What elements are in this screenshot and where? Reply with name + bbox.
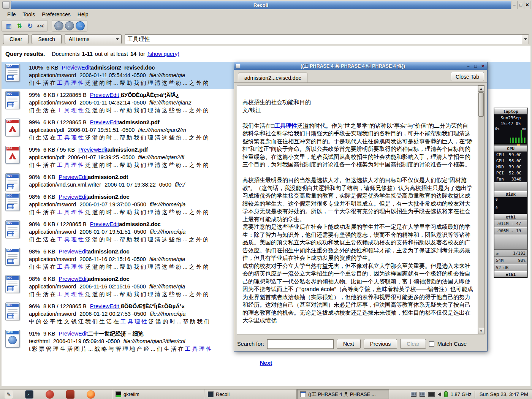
scroll-up-icon[interactable]: ▲	[478, 86, 484, 92]
search-mode-select[interactable]: All terms	[65, 34, 122, 44]
search-row: Clear Search All terms	[2, 33, 530, 45]
preview-link[interactable]: Preview	[59, 276, 78, 282]
edit-link[interactable]: Edit	[78, 276, 88, 282]
editor-icon[interactable]	[66, 390, 74, 399]
package-icon[interactable]	[46, 390, 54, 399]
first-page-icon[interactable]: ←	[54, 21, 63, 30]
index-status-icon[interactable]: ⇅	[15, 21, 24, 30]
taskbar: ✎>_ gkrellmRecoll((工 PHRASE 4 具 PHRASE .…	[0, 389, 532, 399]
maximize-icon[interactable]: □	[518, 1, 524, 9]
gk-mem-row: 54M 98%	[494, 257, 527, 264]
clear-button[interactable]: Clear	[3, 34, 28, 44]
result-size: 6 KB / 95 KB	[43, 147, 75, 153]
task-button[interactable]: ((工 PHRASE 4 具 PHRASE ...	[297, 390, 389, 399]
search-input[interactable]	[125, 35, 522, 44]
scroll-down-icon[interactable]: ▼	[478, 328, 484, 334]
edit-link[interactable]: Edit	[81, 65, 91, 71]
preview-window-icon	[236, 64, 240, 68]
menu-file[interactable]: File	[4, 10, 19, 19]
next-results-link[interactable]: Next	[260, 359, 272, 366]
preview-close-icon[interactable]: ✕	[480, 63, 486, 69]
result-url: file:///home/qia	[150, 311, 185, 317]
preview-minimize-icon[interactable]: –	[466, 63, 471, 69]
search-button[interactable]: Search	[32, 34, 61, 44]
preview-maximize-icon[interactable]: □	[473, 63, 478, 69]
preview-link[interactable]: Preview	[59, 331, 78, 337]
firefox-icon[interactable]	[87, 390, 95, 399]
result-size: 6 KB	[43, 276, 55, 282]
show-query-link[interactable]: (show query)	[147, 51, 179, 57]
term-explorer-icon[interactable]: ÂbÈ	[36, 21, 45, 30]
edit-link[interactable]: Edit	[98, 147, 108, 153]
update-index-icon[interactable]: ▦	[4, 21, 13, 30]
result-relevance: 96%	[29, 303, 40, 309]
gk-cpu-spike	[521, 130, 522, 143]
edit-link[interactable]: Edit	[109, 303, 119, 309]
task-label: Recoll	[216, 391, 230, 397]
find-previous-button[interactable]: Previous	[364, 339, 397, 349]
scrollbar-thumb[interactable]	[478, 92, 484, 117]
menu-preferences[interactable]: Preferences	[38, 10, 74, 19]
result-mime: application/msword	[29, 229, 76, 235]
edit-link[interactable]: Edit	[109, 221, 119, 227]
preview-link[interactable]: Preview	[59, 174, 78, 180]
result-date: 2006-01-19 05:09:48 -0500	[53, 338, 120, 344]
battery-icon[interactable]	[444, 391, 448, 397]
ink-icon[interactable]: ✎	[5, 390, 13, 399]
menu-tools[interactable]: Tools	[19, 10, 39, 19]
result-relevance: 91%	[29, 331, 40, 337]
edit-link[interactable]: Edit	[109, 119, 119, 125]
window-title: Recoll	[253, 2, 268, 8]
result-title: 二十一世纪经济 – 细览	[88, 331, 144, 337]
result-title: admission2.doc	[88, 194, 130, 200]
preview-paragraph	[242, 169, 473, 177]
result-url: file:///home/qia	[149, 72, 185, 78]
gk-mem-pct: 98%	[518, 258, 526, 263]
edit-link[interactable]: Edit	[78, 249, 88, 255]
preview-tab[interactable]: admission2...evised.doc	[238, 73, 307, 82]
edit-link[interactable]: Edit	[109, 92, 119, 98]
result-mime: application/msword	[29, 283, 76, 290]
previous-page-icon[interactable]: ←	[65, 21, 74, 30]
minimize-icon[interactable]: –	[511, 1, 518, 9]
preview-document-area[interactable]: 高校招生的社会功能和目的文/钱江 我们生活在□工具理性泛滥的时代。作为“世之显学…	[237, 85, 484, 334]
preview-paragraph: 高校招生的社会功能和目的	[242, 98, 473, 106]
preview-link[interactable]: Preview	[62, 65, 82, 71]
recoll-task-icon	[208, 391, 214, 397]
rerun-query-icon[interactable]: ↻	[25, 21, 35, 30]
find-next-button[interactable]: Next	[337, 339, 361, 349]
grid-applet-icon[interactable]	[420, 392, 425, 397]
menu-help[interactable]: Help	[74, 10, 92, 19]
keyboard-layout-icon[interactable]	[428, 392, 435, 397]
toolbar-group-nav: ← ← →	[52, 20, 87, 32]
preview-link[interactable]: Preview	[90, 221, 110, 227]
volume-icon[interactable]	[438, 392, 441, 397]
next-page-icon[interactable]: →	[76, 21, 85, 30]
pager-icon[interactable]	[411, 392, 416, 397]
find-input[interactable]	[267, 339, 334, 349]
edit-link[interactable]: Edit	[78, 331, 88, 337]
close-icon[interactable]: ✕	[524, 1, 530, 9]
preview-link[interactable]: Preview	[78, 147, 98, 153]
preview-link[interactable]: Preview	[90, 303, 110, 309]
task-button[interactable]: Recoll	[204, 390, 297, 399]
html-file-icon: HTML	[5, 330, 20, 348]
close-tab-button[interactable]: Close Tab	[451, 72, 484, 81]
find-clear-button[interactable]: Clear	[400, 339, 426, 349]
terminal-icon[interactable]: >_	[25, 390, 33, 399]
chevron-down-icon	[116, 38, 119, 40]
preview-link[interactable]: Preview	[59, 194, 78, 200]
preview-link[interactable]: Preview	[90, 92, 110, 98]
result-date: 2006-01-11 05:54:44 -0500	[79, 72, 146, 78]
preview-link[interactable]: Preview	[59, 249, 78, 255]
preview-link[interactable]: Preview	[90, 119, 110, 125]
preview-scrollbar[interactable]: ▲ ▼	[478, 86, 484, 334]
edit-link[interactable]: Edit	[78, 194, 88, 200]
gk-disk-charts: 00	[494, 197, 527, 214]
gk-mail-count: 1/192	[513, 251, 526, 256]
preview-paragraph: 高校招生最明显的目的当然是选拔人才。但这选拔人才的目标却不仅仅是人们假定“因材施…	[242, 176, 473, 223]
edit-link[interactable]: Edit	[78, 174, 88, 180]
task-button[interactable]: gkrellm	[112, 390, 204, 399]
match-case-checkbox[interactable]	[429, 341, 434, 347]
query-history-icon[interactable]	[522, 35, 529, 44]
